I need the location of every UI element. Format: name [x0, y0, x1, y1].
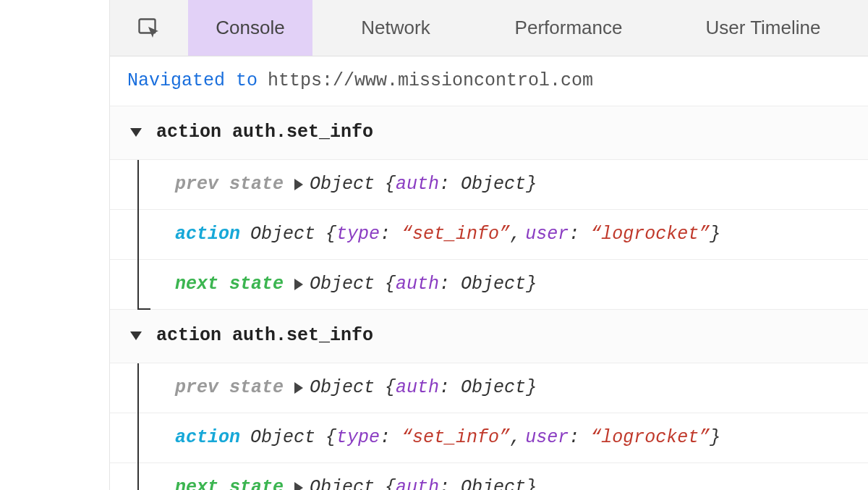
brace-open: {	[385, 475, 396, 490]
colon: :	[380, 425, 391, 451]
colon: :	[380, 221, 391, 248]
tab-user-timeline[interactable]: User Timeline	[658, 0, 868, 56]
action-label: action	[175, 425, 240, 451]
prev-state-row[interactable]: prev state Object { auth : Object }	[110, 363, 868, 413]
brace-close: }	[526, 475, 537, 490]
group-title: action auth.set_info	[156, 119, 373, 145]
action-row[interactable]: action Object { type : “set_info” , user…	[110, 210, 868, 260]
chevron-right-icon	[294, 381, 304, 394]
object-key: auth	[396, 475, 439, 490]
tab-network[interactable]: Network	[312, 0, 479, 56]
inspect-button[interactable]	[110, 0, 188, 56]
next-state-label: next state	[175, 271, 284, 297]
prev-state-label: prev state	[175, 172, 284, 198]
inspect-element-icon	[138, 18, 160, 38]
colon: :	[569, 221, 579, 248]
chevron-down-icon	[129, 127, 143, 138]
chevron-right-icon	[294, 481, 304, 490]
object-value: Object	[461, 271, 526, 297]
navigated-to-label: Navigated to	[127, 68, 258, 94]
tab-console[interactable]: Console	[188, 0, 312, 56]
colon: :	[439, 475, 450, 490]
object-word: Object	[310, 271, 375, 297]
object-key: user	[525, 221, 569, 248]
colon: :	[439, 375, 450, 401]
tab-label: Console	[216, 17, 284, 39]
group-title: action auth.set_info	[156, 323, 373, 349]
comma: ,	[510, 425, 521, 451]
tab-bar: Console Network Performance User Timelin…	[110, 0, 868, 56]
object-key: auth	[396, 172, 439, 198]
comma: ,	[510, 221, 521, 248]
left-gutter	[0, 0, 110, 490]
next-state-row[interactable]: next state Object { auth : Object }	[110, 260, 868, 310]
colon: :	[569, 425, 579, 451]
tab-label: Performance	[515, 17, 623, 39]
object-value: Object	[461, 475, 526, 490]
brace-open: {	[385, 172, 396, 198]
string-value: “set_info”	[401, 221, 510, 248]
object-value: Object	[461, 375, 526, 401]
log-group-header[interactable]: action auth.set_info	[110, 106, 868, 159]
object-value: Object	[461, 172, 526, 198]
action-row[interactable]: action Object { type : “set_info” , user…	[110, 413, 868, 463]
action-label: action	[175, 221, 240, 248]
brace-open: {	[326, 425, 336, 451]
string-value: “logrocket”	[590, 425, 710, 451]
tab-label: User Timeline	[706, 17, 821, 39]
object-key: type	[336, 425, 380, 451]
chevron-right-icon	[294, 278, 304, 291]
tree-line	[137, 160, 139, 311]
brace-close: }	[526, 271, 537, 297]
log-group-header[interactable]: action auth.set_info	[110, 310, 868, 363]
object-key: type	[336, 221, 380, 248]
prev-state-label: prev state	[175, 375, 284, 401]
tab-label: Network	[361, 17, 430, 39]
object-key: auth	[396, 375, 439, 401]
tab-performance[interactable]: Performance	[479, 0, 658, 56]
string-value: “set_info”	[401, 425, 510, 451]
log-group-body: prev state Object { auth : Object } acti…	[110, 160, 868, 311]
log-group-body: prev state Object { auth : Object } acti…	[110, 363, 868, 491]
chevron-down-icon	[129, 330, 143, 342]
brace-close: }	[710, 425, 720, 451]
object-word: Object	[310, 172, 375, 198]
colon: :	[439, 271, 450, 297]
brace-close: }	[526, 172, 537, 198]
brace-close: }	[710, 221, 720, 248]
object-key: auth	[396, 271, 439, 297]
object-word: Object	[250, 425, 315, 451]
next-state-row[interactable]: next state Object { auth : Object }	[110, 463, 868, 490]
colon: :	[439, 172, 450, 198]
object-word: Object	[310, 375, 375, 401]
brace-close: }	[526, 375, 537, 401]
object-word: Object	[250, 221, 315, 248]
brace-open: {	[326, 221, 336, 248]
tree-line	[137, 363, 139, 491]
object-key: user	[525, 425, 569, 451]
brace-open: {	[385, 271, 396, 297]
main-panel: Console Network Performance User Timelin…	[110, 0, 868, 490]
string-value: “logrocket”	[590, 221, 710, 248]
prev-state-row[interactable]: prev state Object { auth : Object }	[110, 160, 868, 210]
console-log-area: Navigated to https://www.missioncontrol.…	[110, 56, 868, 490]
brace-open: {	[385, 375, 396, 401]
next-state-label: next state	[175, 475, 284, 490]
navigation-log-row: Navigated to https://www.missioncontrol.…	[110, 56, 868, 106]
object-word: Object	[310, 475, 375, 490]
chevron-right-icon	[294, 178, 304, 191]
navigated-url: https://www.missioncontrol.com	[268, 68, 593, 94]
